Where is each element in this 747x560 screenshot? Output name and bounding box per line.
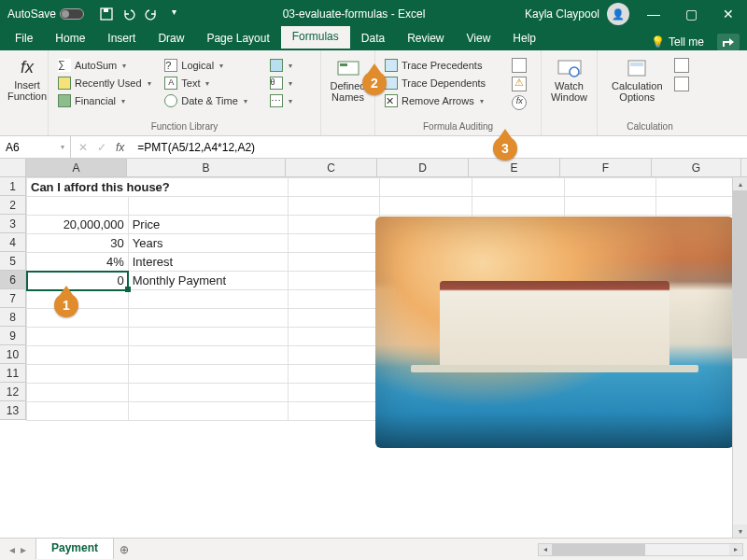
row-header-5[interactable]: 5 bbox=[0, 252, 25, 271]
cell-B10[interactable] bbox=[128, 346, 288, 365]
trace-dependents-button[interactable]: Trace Dependents bbox=[383, 76, 506, 91]
cell-B6[interactable]: Monthly Payment bbox=[128, 272, 288, 290]
column-header-B[interactable]: B bbox=[127, 159, 286, 176]
cell-A3[interactable]: 20,000,000 bbox=[27, 216, 129, 234]
cell-B7[interactable] bbox=[128, 290, 288, 309]
defined-names-button[interactable]: DefinedNames bbox=[329, 54, 367, 103]
horizontal-scrollbar[interactable]: ◂ ▸ bbox=[538, 543, 743, 556]
cell-B2[interactable] bbox=[128, 197, 288, 216]
column-header-C[interactable]: C bbox=[286, 159, 377, 176]
column-header-E[interactable]: E bbox=[469, 159, 560, 176]
date-time-button[interactable]: Date & Time▾ bbox=[162, 93, 267, 108]
evaluate-formula-button[interactable]: fx bbox=[512, 95, 527, 110]
sheet-prev-icon[interactable]: ◂ bbox=[9, 543, 15, 556]
math-trig-button[interactable]: θ▾ bbox=[268, 76, 313, 91]
cell-E1[interactable] bbox=[472, 178, 565, 197]
calculate-now-button[interactable] bbox=[674, 58, 689, 73]
cell-C3[interactable] bbox=[288, 216, 380, 234]
cells-area[interactable]: Can I afford this house?20,000,000Price3… bbox=[26, 177, 747, 538]
select-all-corner[interactable] bbox=[0, 159, 26, 177]
tab-file[interactable]: File bbox=[4, 28, 44, 50]
cell-B9[interactable] bbox=[128, 328, 288, 346]
error-checking-button[interactable]: ⚠ bbox=[512, 77, 527, 91]
calculate-sheet-button[interactable] bbox=[674, 77, 689, 91]
cell-A9[interactable] bbox=[27, 328, 129, 346]
trace-precedents-button[interactable]: Trace Precedents bbox=[383, 58, 506, 73]
column-header-A[interactable]: A bbox=[26, 159, 127, 176]
minimize-button[interactable]: — bbox=[635, 0, 672, 28]
tab-data[interactable]: Data bbox=[350, 28, 396, 50]
cell-F1[interactable] bbox=[564, 178, 656, 197]
cell-C12[interactable] bbox=[288, 384, 380, 402]
financial-button[interactable]: Financial▾ bbox=[56, 93, 162, 108]
cell-A2[interactable] bbox=[27, 197, 129, 216]
sheet-nav[interactable]: ◂ ▸ bbox=[0, 539, 35, 560]
sheet-tab-payment[interactable]: Payment bbox=[35, 538, 114, 559]
column-header-G[interactable]: G bbox=[652, 159, 741, 176]
row-header-4[interactable]: 4 bbox=[0, 233, 25, 252]
close-button[interactable]: ✕ bbox=[710, 0, 747, 28]
row-header-8[interactable]: 8 bbox=[0, 308, 25, 327]
cell-B4[interactable]: Years bbox=[128, 234, 288, 253]
chevron-down-icon[interactable]: ▾ bbox=[61, 143, 64, 151]
row-header-9[interactable]: 9 bbox=[0, 327, 25, 345]
cell-A6[interactable]: 0 bbox=[27, 272, 129, 290]
tab-draw[interactable]: Draw bbox=[147, 28, 195, 50]
cell-C6[interactable] bbox=[288, 272, 380, 290]
autosave-switch-icon[interactable] bbox=[60, 8, 84, 20]
user-avatar-icon[interactable]: 👤 bbox=[607, 3, 629, 25]
tab-page-layout[interactable]: Page Layout bbox=[195, 28, 280, 50]
cell-C11[interactable] bbox=[288, 365, 380, 384]
cell-B12[interactable] bbox=[128, 384, 288, 402]
scroll-left-button[interactable]: ◂ bbox=[539, 544, 552, 555]
row-headers[interactable]: 12345678910111213 bbox=[0, 177, 26, 420]
undo-icon[interactable] bbox=[121, 7, 136, 21]
cell-A10[interactable] bbox=[27, 346, 129, 365]
cell-F2[interactable] bbox=[564, 197, 656, 216]
row-header-3[interactable]: 3 bbox=[0, 215, 25, 233]
cell-B5[interactable]: Interest bbox=[128, 253, 288, 272]
tab-view[interactable]: View bbox=[456, 28, 502, 50]
cell-C13[interactable] bbox=[288, 402, 380, 421]
worksheet-grid[interactable]: ABCDEFG 12345678910111213 Can I afford t… bbox=[0, 159, 747, 538]
insert-function-button[interactable]: fx InsertFunction bbox=[7, 54, 47, 102]
cell-C1[interactable] bbox=[288, 178, 380, 197]
tab-review[interactable]: Review bbox=[396, 28, 455, 50]
column-header-F[interactable]: F bbox=[560, 159, 652, 176]
row-header-13[interactable]: 13 bbox=[0, 401, 25, 420]
cell-B11[interactable] bbox=[128, 365, 288, 384]
share-button[interactable] bbox=[717, 34, 740, 50]
row-header-1[interactable]: 1 bbox=[0, 177, 25, 196]
remove-arrows-button[interactable]: ✕Remove Arrows▾ bbox=[383, 93, 506, 108]
cell-C5[interactable] bbox=[288, 253, 380, 272]
text-button[interactable]: AText▾ bbox=[162, 76, 267, 91]
row-header-11[interactable]: 11 bbox=[0, 364, 25, 383]
vertical-scrollbar[interactable]: ▴ ▾ bbox=[732, 177, 747, 538]
cell-C10[interactable] bbox=[288, 346, 380, 365]
cell-A11[interactable] bbox=[27, 365, 129, 384]
user-area[interactable]: Kayla Claypool 👤 bbox=[519, 3, 635, 25]
cancel-icon[interactable]: ✕ bbox=[78, 141, 88, 154]
cell-B3[interactable]: Price bbox=[128, 216, 288, 234]
more-functions-button[interactable]: ⋯▾ bbox=[268, 93, 313, 108]
enter-icon[interactable]: ✓ bbox=[97, 141, 106, 154]
tab-help[interactable]: Help bbox=[501, 28, 547, 50]
qat-customize-icon[interactable]: ▾ bbox=[166, 7, 181, 21]
embedded-image[interactable] bbox=[375, 217, 734, 448]
cell-C8[interactable] bbox=[288, 309, 380, 328]
row-header-10[interactable]: 10 bbox=[0, 345, 25, 364]
cell-C7[interactable] bbox=[288, 290, 380, 309]
add-sheet-button[interactable]: ⊕ bbox=[114, 539, 134, 560]
tab-formulas[interactable]: Formulas bbox=[281, 26, 350, 50]
column-headers[interactable]: ABCDEFG bbox=[26, 159, 747, 177]
cell-A13[interactable] bbox=[27, 402, 129, 421]
cell-B13[interactable] bbox=[128, 402, 288, 421]
sheet-next-icon[interactable]: ▸ bbox=[21, 543, 26, 556]
lookup-reference-button[interactable]: ▾ bbox=[268, 58, 313, 73]
scroll-down-button[interactable]: ▾ bbox=[733, 525, 747, 538]
cell-A5[interactable]: 4% bbox=[27, 253, 129, 272]
logical-button[interactable]: ?Logical▾ bbox=[162, 58, 267, 73]
cell-E2[interactable] bbox=[472, 197, 565, 216]
tab-home[interactable]: Home bbox=[44, 28, 96, 50]
row-header-7[interactable]: 7 bbox=[0, 289, 25, 308]
